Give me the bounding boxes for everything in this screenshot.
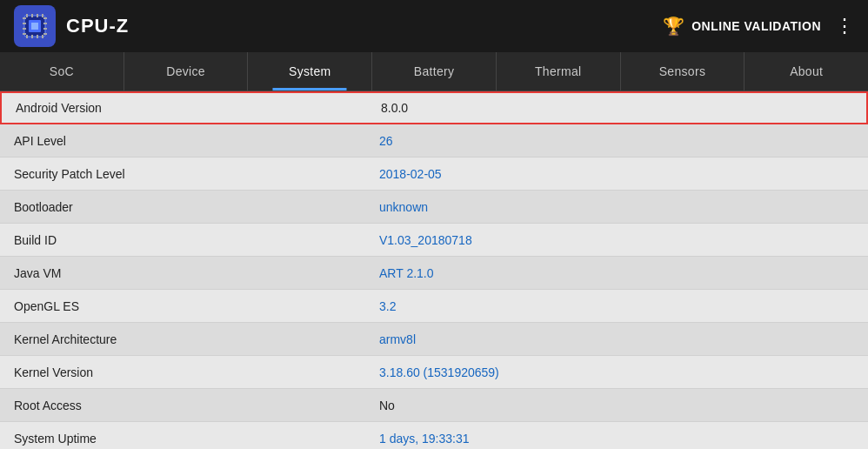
svg-rect-3 — [31, 23, 38, 30]
table-row: Security Patch Level2018-02-05 — [0, 157, 868, 191]
cell-value: unknown — [365, 193, 868, 221]
table-row: API Level26 — [0, 124, 868, 157]
header-right: 🏆 ONLINE VALIDATION ⋮ — [663, 15, 854, 37]
app-header: CPU-Z 🏆 ONLINE VALIDATION ⋮ — [0, 0, 868, 52]
cell-label: Build ID — [0, 226, 365, 254]
svg-rect-6 — [37, 14, 38, 17]
svg-rect-18 — [43, 28, 47, 30]
info-table: Android Version8.0.0API Level26Security … — [0, 91, 868, 449]
svg-rect-4 — [26, 14, 28, 17]
cell-label: Root Access — [0, 392, 365, 419]
cell-value: 2018-02-05 — [365, 160, 868, 188]
trophy-icon: 🏆 — [663, 16, 685, 37]
table-row: Java VMART 2.1.0 — [0, 257, 868, 290]
svg-rect-19 — [43, 33, 47, 35]
tab-thermal[interactable]: Thermal — [497, 52, 621, 90]
svg-rect-9 — [31, 35, 33, 38]
svg-rect-13 — [23, 23, 26, 24]
cell-label: Security Patch Level — [0, 160, 365, 188]
cell-value: 1 days, 19:33:31 — [365, 425, 868, 450]
cell-value: 8.0.0 — [367, 94, 866, 122]
cell-value: 26 — [365, 127, 868, 155]
table-row: Kernel Version3.18.60 (1531920659) — [0, 356, 868, 389]
cell-label: OpenGL ES — [0, 292, 365, 320]
table-row: Root AccessNo — [0, 389, 868, 422]
cell-value: ART 2.1.0 — [365, 259, 868, 287]
app-title: CPU-Z — [66, 15, 129, 37]
table-row: OpenGL ES3.2 — [0, 290, 868, 323]
svg-rect-7 — [42, 14, 43, 17]
table-row: System Uptime1 days, 19:33:31 — [0, 422, 868, 449]
svg-rect-14 — [23, 28, 26, 30]
table-row: Android Version8.0.0 — [0, 91, 868, 124]
cell-label: Android Version — [2, 94, 367, 122]
tab-system[interactable]: System — [248, 52, 372, 90]
svg-rect-11 — [42, 35, 43, 38]
svg-rect-5 — [31, 14, 33, 17]
cell-label: API Level — [0, 127, 365, 155]
tab-sensors[interactable]: Sensors — [621, 52, 745, 90]
table-row: Build IDV1.03_20180718 — [0, 224, 868, 257]
tab-battery[interactable]: Battery — [372, 52, 497, 90]
tab-bar: SoCDeviceSystemBatteryThermalSensorsAbou… — [0, 52, 868, 91]
table-row: Bootloaderunknown — [0, 191, 868, 224]
cell-label: Java VM — [0, 259, 365, 287]
tab-soc[interactable]: SoC — [0, 52, 124, 90]
cell-value: 3.18.60 (1531920659) — [365, 359, 868, 386]
cell-value: armv8l — [365, 325, 868, 353]
svg-rect-17 — [43, 23, 47, 24]
cell-label: Kernel Version — [0, 359, 365, 386]
online-validation-button[interactable]: 🏆 ONLINE VALIDATION — [663, 16, 821, 37]
cell-label: System Uptime — [0, 425, 365, 450]
app-logo — [14, 5, 56, 47]
cell-value: V1.03_20180718 — [365, 226, 868, 254]
validation-label: ONLINE VALIDATION — [691, 19, 821, 33]
svg-rect-16 — [43, 17, 47, 19]
tab-device[interactable]: Device — [124, 52, 249, 90]
svg-rect-15 — [23, 33, 26, 35]
tab-about[interactable]: About — [744, 52, 868, 90]
more-options-icon[interactable]: ⋮ — [835, 15, 854, 37]
header-left: CPU-Z — [14, 5, 129, 47]
svg-rect-12 — [23, 17, 26, 19]
cell-label: Kernel Architecture — [0, 325, 365, 353]
table-row: Kernel Architecturearmv8l — [0, 323, 868, 356]
svg-rect-10 — [37, 35, 38, 38]
cell-value: 3.2 — [365, 292, 868, 320]
cell-value: No — [365, 392, 868, 419]
svg-rect-8 — [26, 35, 28, 38]
cell-label: Bootloader — [0, 193, 365, 221]
